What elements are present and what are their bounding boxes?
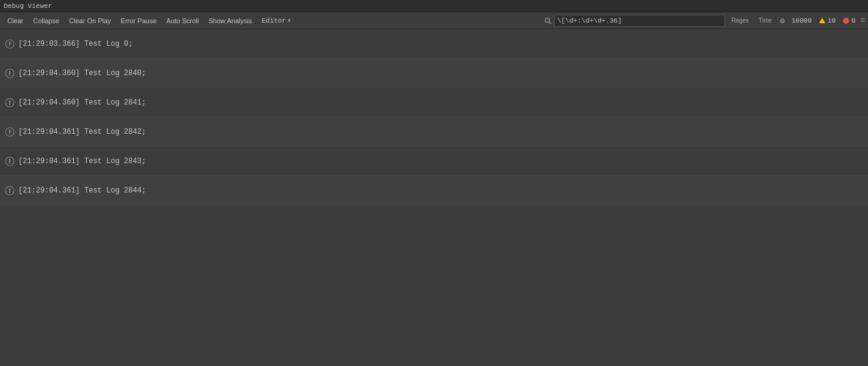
- max-count-badge: 10000: [789, 16, 814, 25]
- log-warn-icon: [5, 39, 15, 49]
- editor-dropdown[interactable]: Editor ▼: [257, 14, 295, 27]
- clear-on-play-button[interactable]: Clear On Play: [64, 14, 115, 27]
- svg-point-0: [545, 18, 550, 22]
- log-text: [21:29:04.360] Test Log 2841;: [18, 98, 146, 107]
- svg-line-1: [549, 21, 552, 24]
- svg-rect-6: [9, 71, 10, 75]
- title-bar: Debug Viewer: [0, 0, 868, 12]
- clear-button[interactable]: Clear: [2, 14, 28, 27]
- warning-count-badge[interactable]: 10: [817, 16, 838, 25]
- svg-rect-4: [9, 45, 10, 46]
- log-entry[interactable]: [21:29:04.361] Test Log 2843;: [0, 147, 868, 176]
- svg-rect-16: [9, 163, 10, 164]
- scroll-indicator: =: [861, 16, 866, 26]
- log-entry[interactable]: [21:29:04.360] Test Log 2840;: [0, 59, 868, 88]
- settings-icon[interactable]: ⚙: [778, 16, 787, 26]
- svg-rect-9: [9, 100, 10, 104]
- max-count-value: 10000: [792, 17, 812, 24]
- warning-count-value: 10: [828, 17, 836, 24]
- log-entry[interactable]: [21:29:04.361] Test Log 2844;: [0, 176, 868, 205]
- svg-rect-7: [9, 75, 10, 76]
- svg-rect-15: [9, 159, 10, 163]
- log-text: [21:29:04.361] Test Log 2844;: [18, 186, 146, 195]
- editor-label: Editor: [261, 17, 286, 24]
- log-text: [21:29:03.366] Test Log 0;: [18, 40, 133, 48]
- log-entry[interactable]: [21:29:04.361] Test Log 2842;: [0, 117, 868, 147]
- svg-rect-18: [9, 188, 10, 192]
- error-count-badge[interactable]: 0: [841, 16, 858, 25]
- log-text: [21:29:04.361] Test Log 2843;: [18, 157, 146, 166]
- log-warn-icon: [5, 156, 15, 166]
- log-entry[interactable]: [21:29:03.366] Test Log 0;: [0, 29, 868, 59]
- svg-rect-19: [9, 192, 10, 193]
- svg-rect-12: [9, 130, 10, 133]
- regex-button[interactable]: Regex: [728, 15, 753, 27]
- show-analysis-button[interactable]: Show Analysis: [204, 14, 257, 27]
- search-icon: [544, 17, 552, 24]
- collapse-button[interactable]: Collapse: [28, 14, 64, 27]
- log-entry[interactable]: [21:29:04.360] Test Log 2841;: [0, 88, 868, 117]
- search-area: Regex Time ⚙ 10000 10 0: [544, 15, 858, 27]
- title-bar-text: Debug Viewer: [4, 2, 52, 10]
- log-warn-icon: [5, 68, 15, 78]
- log-warn-icon: [5, 98, 15, 108]
- toolbar: Clear Collapse Clear On Play Error Pause…: [0, 12, 868, 29]
- error-count-value: 0: [852, 17, 856, 24]
- svg-rect-13: [9, 133, 10, 134]
- error-pause-button[interactable]: Error Pause: [116, 14, 162, 27]
- error-circle-icon: [843, 18, 849, 24]
- svg-rect-3: [9, 42, 10, 45]
- auto-scroll-button[interactable]: Auto Scroll: [161, 14, 203, 27]
- log-warn-icon: [5, 127, 15, 137]
- svg-rect-10: [9, 104, 10, 105]
- log-text: [21:29:04.360] Test Log 2840;: [18, 69, 146, 78]
- search-input[interactable]: [554, 15, 725, 27]
- time-button[interactable]: Time: [755, 15, 776, 27]
- log-text: [21:29:04.361] Test Log 2842;: [18, 128, 146, 136]
- log-area[interactable]: [21:29:03.366] Test Log 0; [21:29:04.360…: [0, 29, 868, 366]
- log-warn-icon: [5, 186, 15, 196]
- editor-dropdown-arrow: ▼: [288, 18, 291, 23]
- warning-triangle-icon: [819, 18, 825, 23]
